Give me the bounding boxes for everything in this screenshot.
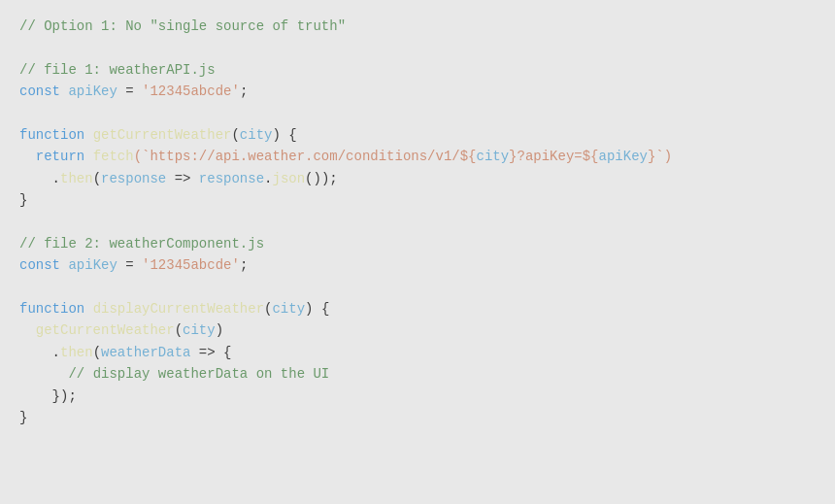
code-line: // file 1: weatherAPI.js [19, 59, 816, 81]
code-token: }); [19, 386, 77, 407]
code-token: } [19, 189, 27, 211]
code-token: ; [240, 81, 248, 102]
code-token: // display weatherData on the UI [68, 363, 329, 385]
code-token: displayCurrentWeather [93, 298, 264, 319]
code-token: ) [216, 319, 223, 341]
code-token: then [60, 342, 93, 363]
code-line: // display weatherData on the UI [19, 363, 816, 385]
code-line: } [19, 407, 816, 428]
code-token: city [477, 146, 510, 167]
code-token: city [272, 298, 305, 319]
code-token [19, 319, 36, 341]
code-line: // file 2: weatherComponent.js [19, 233, 816, 254]
code-token: response [199, 168, 264, 189]
code-editor: // Option 1: No "single source of truth"… [0, 0, 835, 504]
code-token: . [264, 168, 272, 189]
code-token [19, 146, 36, 167]
code-token: => { [190, 342, 231, 363]
code-token: apiKey [599, 146, 648, 167]
code-token: ) { [305, 298, 329, 319]
code-line: function getCurrentWeather(city) { [19, 124, 816, 146]
code-token: => [166, 168, 199, 189]
code-token: '12345abcde' [142, 81, 240, 102]
code-token: = [117, 254, 142, 276]
code-token: response [101, 168, 166, 189]
code-token: getCurrentWeather [36, 319, 175, 341]
code-token: function [19, 124, 93, 146]
code-token: weatherData [101, 342, 190, 363]
code-line: // Option 1: No "single source of truth" [19, 16, 816, 37]
code-token: '12345abcde' [142, 254, 240, 276]
code-token: }`) [648, 146, 672, 167]
code-token: ( [93, 168, 101, 189]
code-line: const apiKey = '12345abcde'; [19, 81, 816, 102]
code-token: = [117, 81, 142, 102]
code-line: return fetch(`https://api.weather.com/co… [19, 146, 816, 167]
code-token: // file 1: weatherAPI.js [19, 59, 216, 81]
code-token: ( [93, 342, 101, 363]
code-token: } [19, 407, 27, 428]
code-line: .then(weatherData => { [19, 342, 816, 363]
code-token: (`https://api.weather.com/conditions/v1/… [134, 146, 477, 167]
code-token: fetch [93, 146, 134, 167]
code-token: return [36, 146, 93, 167]
code-line: }); [19, 386, 816, 407]
code-token: }?apiKey=${ [509, 146, 598, 167]
code-line [19, 212, 816, 233]
code-token: apiKey [68, 254, 117, 276]
code-line: function displayCurrentWeather(city) { [19, 298, 816, 319]
code-token: ) { [272, 124, 296, 146]
code-token: then [60, 168, 93, 189]
code-token: ()); [305, 168, 338, 189]
code-line: getCurrentWeather(city) [19, 319, 816, 341]
code-token: city [240, 124, 273, 146]
code-token: getCurrentWeather [93, 124, 232, 146]
code-token: city [183, 319, 216, 341]
code-token [19, 363, 68, 385]
code-token: // Option 1: No "single source of truth" [19, 16, 346, 37]
code-token: apiKey [68, 81, 117, 102]
code-line: const apiKey = '12345abcde'; [19, 254, 816, 276]
code-token: . [19, 168, 60, 189]
code-token: ( [231, 124, 239, 146]
code-token: const [19, 254, 68, 276]
code-token: // file 2: weatherComponent.js [19, 233, 264, 254]
code-line [19, 37, 816, 58]
code-token: . [19, 342, 60, 363]
code-line [19, 277, 816, 298]
code-token: ( [175, 319, 183, 341]
code-token: function [19, 298, 93, 319]
code-token: json [272, 168, 305, 189]
code-line [19, 103, 816, 124]
code-token: const [19, 81, 68, 102]
code-line: .then(response => response.json()); [19, 168, 816, 189]
code-token: ( [264, 298, 272, 319]
code-line: } [19, 189, 816, 211]
code-token: ; [240, 254, 248, 276]
